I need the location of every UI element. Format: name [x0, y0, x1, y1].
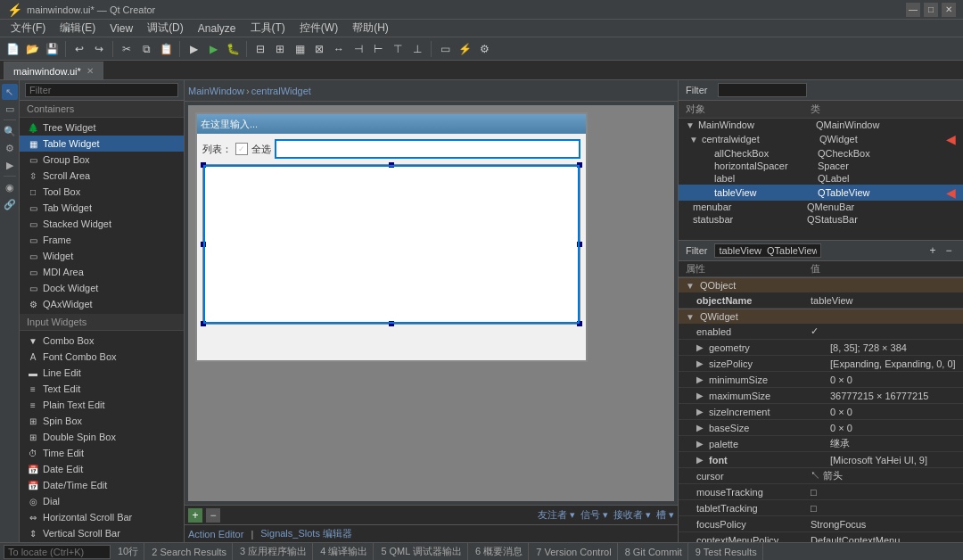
add-item-button[interactable]: + — [188, 508, 202, 523]
align-top-button[interactable]: ⊤ — [389, 40, 407, 58]
prop-row-palette[interactable]: ▶ palette 继承 — [679, 436, 963, 452]
sidebar-item-font-combo-box[interactable]: A Font Combo Box — [20, 349, 184, 365]
sidebar-item-tree-widget[interactable]: 🌲 Tree Widget — [20, 119, 184, 136]
prop-row-focuspolicy[interactable]: focusPolicy StrongFocus — [679, 516, 963, 532]
add-prop-button[interactable]: + — [926, 243, 940, 258]
prop-row-cursor[interactable]: cursor ↖ 箭头 — [679, 468, 963, 484]
align-left-button[interactable]: ⊣ — [350, 40, 367, 58]
form-table-area[interactable] — [202, 164, 580, 325]
handle-bl[interactable] — [201, 321, 206, 326]
bottom-link-source[interactable]: 友注者 ▾ — [538, 508, 575, 522]
new-button[interactable]: 📄 — [4, 40, 21, 58]
menu-edit[interactable]: 编辑(E) — [53, 20, 103, 37]
zoom-tool[interactable]: 🔍 — [2, 123, 18, 139]
tree-row-mainwindow[interactable]: ▼ MainWindow QMainWindow — [679, 119, 963, 131]
prop-row-enabled[interactable]: enabled ✓ — [679, 324, 963, 340]
open-button[interactable]: 📂 — [23, 40, 41, 58]
sidebar-item-spin-box[interactable]: ⊞ Spin Box — [20, 413, 184, 429]
handle-tr[interactable] — [577, 162, 582, 168]
copy-button[interactable]: ⧉ — [137, 40, 155, 58]
sidebar-item-group-box[interactable]: ▭ Group Box — [20, 152, 184, 168]
sidebar-item-widget[interactable]: ▭ Widget — [20, 248, 184, 264]
action-editor-button[interactable]: ⚙ — [475, 40, 493, 58]
tree-row-centralwidget[interactable]: ▼ centralwidget QWidget ◀ — [679, 131, 963, 147]
prop-row-basesize[interactable]: ▶ baseSize 0 × 0 — [679, 420, 963, 436]
sidebar-item-mdi-area[interactable]: ▭ MDI Area — [20, 264, 184, 280]
bottom-link-signal[interactable]: 信号 ▾ — [580, 508, 608, 522]
sidebar-item-dial[interactable]: ◎ Dial — [20, 493, 184, 509]
breadcrumb-central[interactable]: centralWidget — [251, 86, 311, 96]
prop-row-minsize[interactable]: ▶ minimumSize 0 × 0 — [679, 372, 963, 388]
menu-controls[interactable]: 控件(W) — [292, 20, 345, 37]
object-filter-input[interactable] — [718, 83, 807, 97]
sidebar-item-horizontal-scrollbar[interactable]: ⇔ Horizontal Scroll Bar — [20, 509, 184, 525]
debug-button[interactable]: 🐛 — [224, 40, 242, 58]
prop-row-maxsize[interactable]: ▶ maximumSize 36777215 × 16777215 — [679, 388, 963, 404]
status-compile-output[interactable]: 4 编译输出 — [315, 543, 374, 560]
paste-button[interactable]: 📋 — [157, 40, 175, 58]
tree-row-allcheckbox[interactable]: allCheckBox QCheckBox — [679, 147, 963, 160]
status-qml-debug[interactable]: 5 QML 调试器输出 — [375, 543, 468, 560]
breadcrumb-form[interactable]: MainWindow — [188, 86, 244, 96]
tree-row-menubar[interactable]: menubar QMenuBar — [679, 201, 963, 213]
cut-button[interactable]: ✂ — [118, 40, 136, 58]
form-checkbox[interactable]: ✓ — [235, 143, 248, 155]
action-editor-tab[interactable]: Action Editor — [188, 529, 243, 539]
layout-grid-button[interactable]: ▦ — [291, 40, 309, 58]
layout-h-button[interactable]: ⊟ — [251, 40, 269, 58]
sidebar-item-scroll-area[interactable]: ⇳ Scroll Area — [20, 168, 184, 184]
align-bottom-button[interactable]: ⊥ — [408, 40, 426, 58]
maximize-button[interactable]: □ — [924, 3, 938, 17]
sidebar-item-stacked-widget[interactable]: ▭ Stacked Widget — [20, 216, 184, 232]
canvas-container[interactable]: 在这里输入... 列表： ✓ 全选 — [188, 105, 674, 501]
tree-row-statusbar[interactable]: statusbar QStatusBar — [679, 213, 963, 226]
run-tool[interactable]: ▶ — [2, 157, 18, 173]
menu-debug[interactable]: 调试(D) — [140, 20, 191, 37]
handle-mr[interactable] — [577, 242, 582, 247]
prop-row-sizepolicy[interactable]: ▶ sizePolicy [Expanding, Expanding, 0, 0… — [679, 356, 963, 372]
undo-button[interactable]: ↩ — [70, 40, 88, 58]
handle-tm[interactable] — [389, 162, 394, 168]
remove-prop-button[interactable]: − — [942, 243, 956, 258]
qwidget-section[interactable]: ▼ QWidget — [679, 309, 963, 324]
status-lines[interactable]: 10行 — [112, 543, 144, 560]
status-app-output[interactable]: 3 应用程序输出 — [235, 543, 313, 560]
status-version-control[interactable]: 7 Version Control — [531, 543, 617, 560]
sidebar-item-datetime-edit[interactable]: 📅 Date/Time Edit — [20, 477, 184, 493]
sidebar-item-time-edit[interactable]: ⏱ Time Edit — [20, 445, 184, 461]
status-git-commit[interactable]: 8 Git Commit — [620, 543, 688, 560]
prop-row-tablettracking[interactable]: tabletTracking □ — [679, 500, 963, 516]
status-search-results[interactable]: 2 Search Results — [146, 543, 233, 560]
widget-tool[interactable]: ▭ — [2, 101, 18, 117]
sidebar-item-vertical-scrollbar[interactable]: ⇕ Vertical Scroll Bar — [20, 525, 184, 541]
sidebar-item-tool-box[interactable]: □ Tool Box — [20, 184, 184, 200]
menu-help[interactable]: 帮助(H) — [345, 20, 396, 37]
prop-row-font[interactable]: ▶ font [Microsoft YaHei UI, 9] — [679, 452, 963, 468]
sidebar-item-combo-box[interactable]: ▼ Combo Box — [20, 333, 184, 349]
form-editor-button[interactable]: ▭ — [436, 40, 454, 58]
locate-input[interactable] — [4, 545, 111, 559]
redo-button[interactable]: ↪ — [90, 40, 108, 58]
settings-tool[interactable]: ⚙ — [2, 140, 18, 156]
minimize-button[interactable]: — — [906, 3, 920, 17]
adjust-size-button[interactable]: ↔ — [330, 40, 348, 58]
prop-row-contextmenupolicy[interactable]: contextMenuPolicy DefaultContextMenu — [679, 532, 963, 542]
save-button[interactable]: 💾 — [43, 40, 61, 58]
prop-row-sizeincrement[interactable]: ▶ sizeIncrement 0 × 0 — [679, 404, 963, 420]
qobject-section[interactable]: ▼ QObject — [679, 277, 963, 292]
sidebar-item-horizontal-slider[interactable]: — Horizontal Slider — [20, 541, 184, 542]
signals-slots-tab[interactable]: Signals_Slots 编辑器 — [260, 527, 352, 540]
menu-view[interactable]: View — [103, 20, 140, 37]
sidebar-item-double-spin-box[interactable]: ⊞ Double Spin Box — [20, 429, 184, 445]
sidebar-item-frame[interactable]: ▭ Frame — [20, 232, 184, 248]
tab-close-icon[interactable]: ✕ — [86, 66, 94, 76]
delegate-tool[interactable]: 🔗 — [2, 196, 18, 212]
handle-bm[interactable] — [389, 321, 394, 326]
sidebar-item-tab-widget[interactable]: ▭ Tab Widget — [20, 200, 184, 216]
output-tool[interactable]: ◉ — [2, 179, 18, 195]
build-button[interactable]: ▶ — [185, 40, 202, 58]
remove-item-button[interactable]: − — [206, 508, 220, 523]
tab-mainwindow[interactable]: mainwindow.ui* ✕ — [4, 62, 103, 79]
sidebar-item-plain-text-edit[interactable]: ≡ Plain Text Edit — [20, 397, 184, 413]
break-layout-button[interactable]: ⊠ — [310, 40, 328, 58]
